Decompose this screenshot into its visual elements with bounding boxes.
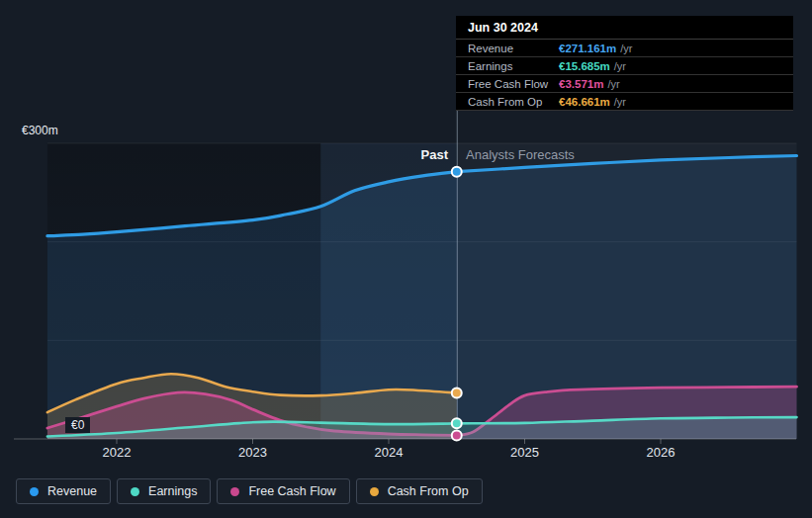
tooltip-label: Free Cash Flow — [468, 78, 559, 90]
x-axis-ticks — [117, 439, 661, 444]
revenue-marker — [452, 167, 462, 177]
x-axis-label-2025: 2025 — [510, 445, 539, 460]
tooltip-value: €271.161m — [559, 43, 616, 54]
tooltip-unit: /yr — [614, 60, 626, 72]
earnings-marker — [452, 418, 462, 428]
free-cash-flow-marker — [452, 430, 462, 440]
x-axis-label-2026: 2026 — [647, 445, 676, 460]
legend-label: Cash From Op — [388, 484, 469, 498]
earnings-dot-icon — [131, 487, 139, 496]
legend-toggle-cash-from-op[interactable]: Cash From Op — [356, 478, 483, 504]
analysts-forecasts-section-label: Analysts Forecasts — [466, 147, 575, 162]
tooltip-row-free-cash-flow: Free Cash Flow €3.571m /yr — [456, 75, 793, 93]
chart-legend: Revenue Earnings Free Cash Flow Cash Fro… — [16, 478, 483, 504]
legend-label: Free Cash Flow — [248, 484, 335, 498]
tooltip-unit: /yr — [620, 43, 632, 54]
y-axis-label-0: €0 — [65, 417, 90, 433]
cash-from-op-marker — [452, 388, 462, 397]
tooltip-label: Earnings — [468, 60, 559, 72]
tooltip-value: €46.661m — [559, 96, 610, 108]
tooltip-label: Cash From Op — [468, 96, 559, 108]
x-axis-label-2024: 2024 — [375, 445, 404, 460]
legend-label: Earnings — [148, 484, 197, 498]
legend-toggle-revenue[interactable]: Revenue — [16, 478, 111, 504]
cash-from-op-dot-icon — [370, 487, 379, 496]
legend-label: Revenue — [47, 484, 97, 498]
tooltip-value: €15.685m — [559, 60, 610, 72]
revenue-dot-icon — [30, 487, 39, 496]
x-axis — [14, 439, 796, 444]
legend-toggle-free-cash-flow[interactable]: Free Cash Flow — [217, 478, 349, 504]
tooltip-row-revenue: Revenue €271.161m /yr — [456, 40, 793, 57]
tooltip-row-cash-from-op: Cash From Op €46.661m /yr — [456, 93, 793, 111]
chart-tooltip: Jun 30 2024 Revenue €271.161m /yr Earnin… — [456, 16, 793, 111]
tooltip-unit: /yr — [607, 78, 619, 90]
tooltip-value: €3.571m — [559, 78, 603, 90]
tooltip-date: Jun 30 2024 — [456, 16, 793, 40]
x-axis-label-2022: 2022 — [103, 445, 132, 460]
y-axis-label-300m: €300m — [16, 123, 64, 138]
x-axis-label-2023: 2023 — [238, 445, 267, 460]
tooltip-label: Revenue — [468, 43, 559, 54]
past-section-label: Past — [0, 147, 448, 162]
legend-toggle-earnings[interactable]: Earnings — [117, 478, 211, 504]
tooltip-row-earnings: Earnings €15.685m /yr — [456, 57, 793, 75]
tooltip-unit: /yr — [614, 96, 626, 108]
free-cash-flow-dot-icon — [230, 487, 239, 496]
